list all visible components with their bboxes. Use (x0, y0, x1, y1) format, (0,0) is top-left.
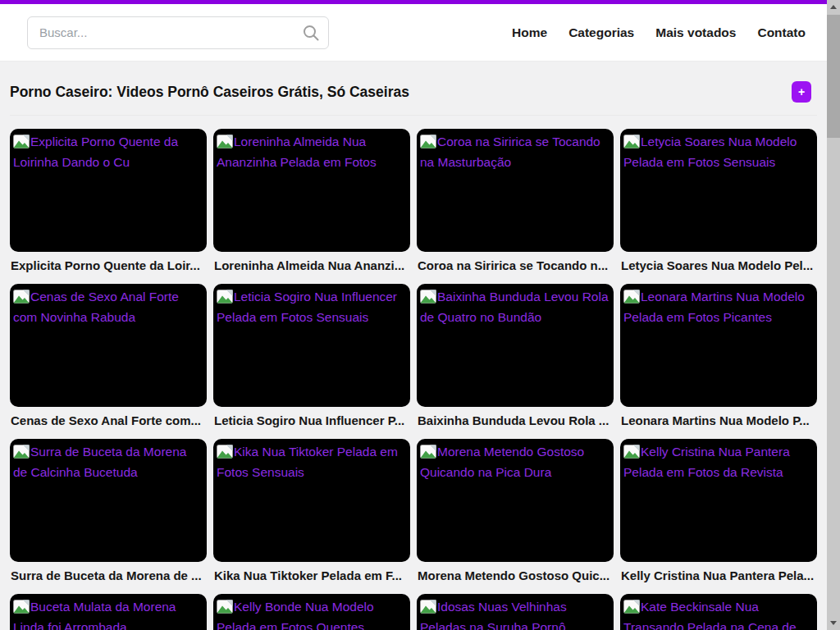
video-card[interactable]: Baixinha Bunduda Levou Rola de Quatro no… (417, 284, 614, 427)
thumbnail-alt-text: Cenas de Sexo Anal Forte com Novinha Rab… (13, 286, 203, 327)
page-head: Porno Caseiro: Videos Pornô Caseiros Grá… (10, 62, 817, 116)
video-thumbnail[interactable]: Leonara Martins Nua Modelo Pelada em Fot… (620, 284, 817, 407)
video-title[interactable]: Leonara Martins Nua Modelo P... (620, 413, 817, 427)
broken-image-icon (420, 135, 436, 148)
thumbnail-alt-text: Kika Nua Tiktoker Pelada em Fotos Sensua… (217, 441, 406, 482)
broken-image-icon (13, 135, 30, 148)
video-card[interactable]: Letycia Soares Nua Modelo Pelada em Foto… (620, 129, 817, 272)
video-thumbnail[interactable]: Cenas de Sexo Anal Forte com Novinha Rab… (10, 284, 207, 407)
video-card[interactable]: Leonara Martins Nua Modelo Pelada em Fot… (620, 284, 817, 427)
nav-categorias[interactable]: Categorias (568, 25, 634, 40)
broken-image-icon (217, 445, 233, 459)
scrollbar-thumb[interactable] (827, 15, 840, 138)
video-card[interactable]: Leticia Sogiro Nua Influencer Pelada em … (213, 284, 410, 427)
video-title[interactable]: Morena Metendo Gostoso Quic... (417, 568, 614, 582)
nav-home[interactable]: Home (512, 25, 547, 40)
thumbnail-alt-text: Leonara Martins Nua Modelo Pelada em Fot… (623, 286, 813, 327)
page-viewport: Home Categorias Mais votados Contato Por… (0, 0, 827, 630)
thumbnail-alt-text: Coroa na Siririca se Tocando na Masturba… (420, 131, 609, 172)
video-thumbnail[interactable]: Explicita Porno Quente da Loirinha Dando… (10, 129, 207, 252)
video-thumbnail[interactable]: Kelly Cristina Nua Pantera Pelada em Fot… (620, 439, 817, 562)
video-card[interactable]: Kika Nua Tiktoker Pelada em Fotos Sensua… (213, 439, 410, 582)
video-thumbnail[interactable]: Idosas Nuas Velhinhas Peladas na Suruba … (417, 594, 614, 630)
video-title[interactable]: Coroa na Siririca se Tocando n... (417, 258, 614, 272)
search-box (27, 16, 329, 49)
video-thumbnail[interactable]: Letycia Soares Nua Modelo Pelada em Foto… (620, 129, 817, 252)
thumbnail-alt-label: Cenas de Sexo Anal Forte com Novinha Rab… (13, 290, 179, 324)
video-title[interactable]: Explicita Porno Quente da Loir... (10, 258, 207, 272)
video-card[interactable]: Cenas de Sexo Anal Forte com Novinha Rab… (10, 284, 207, 427)
thumbnail-alt-text: Loreninha Almeida Nua Ananzinha Pelada e… (217, 131, 406, 172)
scrollbar[interactable] (827, 0, 840, 630)
thumbnail-alt-text: Baixinha Bunduda Levou Rola de Quatro no… (420, 286, 609, 327)
video-title[interactable]: Baixinha Bunduda Levou Rola ... (417, 413, 614, 427)
search-icon[interactable] (302, 24, 320, 42)
video-title[interactable]: Loreninha Almeida Nua Ananzi... (213, 258, 410, 272)
main-nav: Home Categorias Mais votados Contato (512, 25, 806, 40)
broken-image-icon (623, 135, 640, 148)
thumbnail-alt-label: Buceta Mulata da Morena Linda foi Arromb… (13, 600, 176, 630)
video-card[interactable]: Explicita Porno Quente da Loirinha Dando… (10, 129, 207, 272)
scroll-up-button[interactable] (827, 0, 840, 14)
thumbnail-alt-text: Surra de Buceta da Morena de Calcinha Bu… (13, 441, 203, 482)
video-card[interactable]: Buceta Mulata da Morena Linda foi Arromb… (10, 594, 207, 630)
video-card[interactable]: Idosas Nuas Velhinhas Peladas na Suruba … (417, 594, 614, 630)
video-title[interactable]: Cenas de Sexo Anal Forte com... (10, 413, 207, 427)
scroll-down-button[interactable] (827, 616, 840, 630)
thumbnail-alt-text: Kate Beckinsale Nua Transando Pelada na … (623, 596, 813, 630)
video-title[interactable]: Letycia Soares Nua Modelo Pel... (620, 258, 817, 272)
video-card[interactable]: Coroa na Siririca se Tocando na Masturba… (417, 129, 614, 272)
thumbnail-alt-text: Leticia Sogiro Nua Influencer Pelada em … (217, 286, 406, 327)
video-title[interactable]: Kika Nua Tiktoker Pelada em F... (213, 568, 410, 582)
main-content: Porno Caseiro: Videos Pornô Caseiros Grá… (0, 62, 827, 630)
nav-contato[interactable]: Contato (757, 25, 806, 40)
thumbnail-alt-label: Baixinha Bunduda Levou Rola de Quatro no… (420, 290, 609, 324)
broken-image-icon (217, 290, 233, 304)
video-title[interactable]: Leticia Sogiro Nua Influencer P... (213, 413, 410, 427)
video-thumbnail[interactable]: Baixinha Bunduda Levou Rola de Quatro no… (417, 284, 614, 407)
nav-mais-votados[interactable]: Mais votados (655, 25, 736, 40)
thumbnail-alt-text: Letycia Soares Nua Modelo Pelada em Foto… (623, 131, 813, 172)
video-thumbnail[interactable]: Morena Metendo Gostoso Quicando na Pica … (417, 439, 614, 562)
thumbnail-alt-label: Loreninha Almeida Nua Ananzinha Pelada e… (217, 135, 377, 169)
add-button[interactable]: + (792, 81, 811, 103)
video-thumbnail[interactable]: Surra de Buceta da Morena de Calcinha Bu… (10, 439, 207, 562)
video-grid: Explicita Porno Quente da Loirinha Dando… (10, 129, 817, 630)
video-thumbnail[interactable]: Loreninha Almeida Nua Ananzinha Pelada e… (213, 129, 410, 252)
thumbnail-alt-label: Kelly Cristina Nua Pantera Pelada em Fot… (623, 445, 790, 479)
broken-image-icon (623, 445, 640, 459)
thumbnail-alt-label: Idosas Nuas Velhinhas Peladas na Suruba … (420, 600, 567, 630)
video-card[interactable]: Kelly Cristina Nua Pantera Pelada em Fot… (620, 439, 817, 582)
broken-image-icon (217, 135, 233, 148)
video-card[interactable]: Loreninha Almeida Nua Ananzinha Pelada e… (213, 129, 410, 272)
video-thumbnail[interactable]: Kate Beckinsale Nua Transando Pelada na … (620, 594, 817, 630)
thumbnail-alt-text: Explicita Porno Quente da Loirinha Dando… (13, 131, 203, 172)
broken-image-icon (420, 445, 436, 459)
video-card[interactable]: Kate Beckinsale Nua Transando Pelada na … (620, 594, 817, 630)
site-header: Home Categorias Mais votados Contato (0, 4, 827, 62)
video-title[interactable]: Surra de Buceta da Morena de ... (10, 568, 207, 582)
video-card[interactable]: Morena Metendo Gostoso Quicando na Pica … (417, 439, 614, 582)
thumbnail-alt-label: Letycia Soares Nua Modelo Pelada em Foto… (623, 135, 797, 169)
thumbnail-alt-label: Morena Metendo Gostoso Quicando na Pica … (420, 445, 584, 479)
broken-image-icon (217, 600, 233, 614)
thumbnail-alt-label: Coroa na Siririca se Tocando na Masturba… (420, 135, 600, 169)
thumbnail-alt-label: Leonara Martins Nua Modelo Pelada em Fot… (623, 290, 805, 324)
video-card[interactable]: Surra de Buceta da Morena de Calcinha Bu… (10, 439, 207, 582)
video-thumbnail[interactable]: Buceta Mulata da Morena Linda foi Arromb… (10, 594, 207, 630)
thumbnail-alt-text: Kelly Cristina Nua Pantera Pelada em Fot… (623, 441, 813, 482)
video-thumbnail[interactable]: Coroa na Siririca se Tocando na Masturba… (417, 129, 614, 252)
arrow-up-icon (830, 5, 837, 9)
thumbnail-alt-text: Morena Metendo Gostoso Quicando na Pica … (420, 441, 609, 482)
video-thumbnail[interactable]: Kika Nua Tiktoker Pelada em Fotos Sensua… (213, 439, 410, 562)
video-thumbnail[interactable]: Kelly Bonde Nua Modelo Pelada em Fotos Q… (213, 594, 410, 630)
thumbnail-alt-label: Surra de Buceta da Morena de Calcinha Bu… (13, 445, 186, 479)
video-card[interactable]: Kelly Bonde Nua Modelo Pelada em Fotos Q… (213, 594, 410, 630)
broken-image-icon (623, 290, 640, 304)
video-thumbnail[interactable]: Leticia Sogiro Nua Influencer Pelada em … (213, 284, 410, 407)
broken-image-icon (623, 600, 640, 614)
video-title[interactable]: Kelly Cristina Nua Pantera Pela... (620, 568, 817, 582)
thumbnail-alt-label: Explicita Porno Quente da Loirinha Dando… (13, 135, 178, 169)
broken-image-icon (420, 600, 436, 614)
search-input[interactable] (27, 16, 329, 49)
